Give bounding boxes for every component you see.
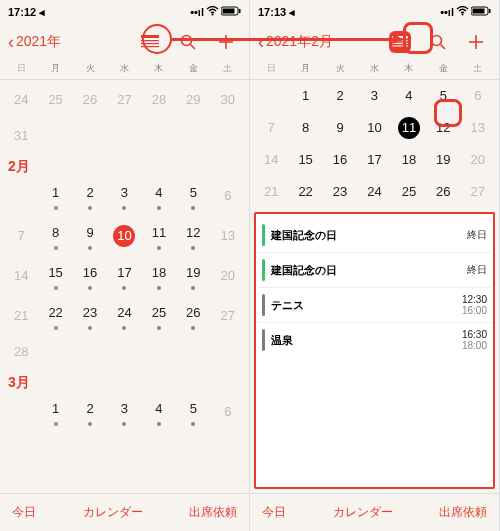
day-cell-today[interactable]: 10 bbox=[107, 225, 141, 247]
day-cell[interactable]: 13 bbox=[211, 225, 245, 247]
inbox-button[interactable]: 出席依頼 bbox=[439, 504, 487, 521]
calendars-button[interactable]: カレンダー bbox=[333, 504, 393, 521]
day-cell[interactable]: 8 bbox=[38, 222, 72, 250]
day-cell[interactable]: 10 bbox=[357, 117, 391, 139]
day-cell[interactable] bbox=[254, 85, 288, 107]
day-cell[interactable]: 21 bbox=[254, 181, 288, 203]
day-cell[interactable]: 27 bbox=[107, 89, 141, 111]
day-cell[interactable]: 20 bbox=[461, 149, 495, 171]
day-cell[interactable]: 7 bbox=[254, 117, 288, 139]
day-cell-selected[interactable]: 11 bbox=[392, 117, 426, 139]
today-button[interactable]: 今日 bbox=[262, 504, 286, 521]
day-cell[interactable]: 19 bbox=[426, 149, 460, 171]
day-cell[interactable]: 28 bbox=[4, 341, 38, 363]
day-cell[interactable]: 2 bbox=[73, 182, 107, 210]
day-cell[interactable]: 24 bbox=[4, 89, 38, 111]
day-cell[interactable]: 18 bbox=[142, 262, 176, 290]
day-cell[interactable]: 4 bbox=[142, 398, 176, 426]
day-cell[interactable]: 24 bbox=[357, 181, 391, 203]
status-icons: ••ıl bbox=[190, 6, 241, 18]
event-item[interactable]: 建国記念の日 終日 bbox=[258, 253, 491, 288]
day-cell[interactable]: 4 bbox=[142, 182, 176, 210]
day-cell[interactable]: 14 bbox=[4, 265, 38, 287]
day-cell[interactable]: 7 bbox=[4, 225, 38, 247]
bottom-toolbar: 今日 カレンダー 出席依頼 bbox=[0, 493, 249, 531]
day-cell[interactable]: 25 bbox=[142, 302, 176, 330]
day-cell[interactable]: 5 bbox=[426, 85, 460, 107]
day-cell[interactable]: 20 bbox=[211, 265, 245, 287]
day-cell[interactable]: 2 bbox=[323, 85, 357, 107]
day-cell[interactable]: 30 bbox=[211, 89, 245, 111]
back-button[interactable]: ‹ 2021年 bbox=[8, 33, 61, 51]
svg-point-8 bbox=[182, 36, 192, 46]
weekday: 木 bbox=[142, 62, 176, 75]
day-cell[interactable]: 15 bbox=[288, 149, 322, 171]
search-icon[interactable] bbox=[427, 31, 449, 53]
day-cell[interactable]: 1 bbox=[288, 85, 322, 107]
day-cell[interactable] bbox=[4, 185, 38, 207]
day-cell[interactable] bbox=[4, 401, 38, 423]
day-cell[interactable]: 5 bbox=[176, 398, 210, 426]
nav-bar: ‹ 2021年 bbox=[0, 24, 249, 60]
day-cell[interactable]: 15 bbox=[38, 262, 72, 290]
event-item[interactable]: 建国記念の日 終日 bbox=[258, 218, 491, 253]
day-cell[interactable]: 6 bbox=[461, 85, 495, 107]
day-cell[interactable]: 23 bbox=[73, 302, 107, 330]
day-cell[interactable]: 12 bbox=[426, 117, 460, 139]
back-button[interactable]: ‹ 2021年2月 bbox=[258, 33, 333, 51]
day-cell[interactable]: 18 bbox=[392, 149, 426, 171]
event-list[interactable]: 建国記念の日 終日 建国記念の日 終日 テニス 12:3016:00 温泉 16… bbox=[254, 212, 495, 489]
day-cell[interactable]: 9 bbox=[73, 222, 107, 250]
day-cell[interactable]: 17 bbox=[107, 262, 141, 290]
status-time: 17:13 bbox=[258, 6, 286, 18]
weekday: 金 bbox=[176, 62, 210, 75]
day-cell[interactable]: 27 bbox=[461, 181, 495, 203]
day-cell[interactable]: 3 bbox=[357, 85, 391, 107]
day-cell[interactable]: 22 bbox=[38, 302, 72, 330]
event-title: テニス bbox=[271, 298, 462, 313]
day-cell[interactable]: 31 bbox=[4, 125, 38, 147]
day-cell[interactable]: 14 bbox=[254, 149, 288, 171]
day-cell[interactable]: 21 bbox=[4, 305, 38, 327]
calendars-button[interactable]: カレンダー bbox=[83, 504, 143, 521]
day-cell[interactable]: 13 bbox=[461, 117, 495, 139]
day-cell[interactable]: 9 bbox=[323, 117, 357, 139]
day-cell[interactable]: 1 bbox=[38, 182, 72, 210]
day-cell[interactable]: 8 bbox=[288, 117, 322, 139]
day-cell[interactable]: 3 bbox=[107, 398, 141, 426]
day-cell[interactable]: 24 bbox=[107, 302, 141, 330]
day-cell[interactable]: 23 bbox=[323, 181, 357, 203]
add-icon[interactable] bbox=[215, 31, 237, 53]
day-cell[interactable]: 6 bbox=[211, 185, 245, 207]
day-cell[interactable]: 17 bbox=[357, 149, 391, 171]
day-cell[interactable]: 1 bbox=[38, 398, 72, 426]
search-icon[interactable] bbox=[177, 31, 199, 53]
day-cell[interactable]: 25 bbox=[392, 181, 426, 203]
day-cell[interactable]: 12 bbox=[176, 222, 210, 250]
day-cell[interactable]: 22 bbox=[288, 181, 322, 203]
day-cell[interactable]: 3 bbox=[107, 182, 141, 210]
day-cell[interactable]: 4 bbox=[392, 85, 426, 107]
event-item[interactable]: テニス 12:3016:00 bbox=[258, 288, 491, 323]
list-view-icon[interactable] bbox=[139, 31, 161, 53]
event-item[interactable]: 温泉 16:3018:00 bbox=[258, 323, 491, 357]
day-cell[interactable]: 2 bbox=[73, 398, 107, 426]
day-cell[interactable]: 6 bbox=[211, 401, 245, 423]
add-icon[interactable] bbox=[465, 31, 487, 53]
day-cell[interactable]: 26 bbox=[176, 302, 210, 330]
day-cell[interactable]: 16 bbox=[323, 149, 357, 171]
day-cell[interactable]: 29 bbox=[176, 89, 210, 111]
day-cell[interactable]: 26 bbox=[426, 181, 460, 203]
day-cell[interactable]: 25 bbox=[38, 89, 72, 111]
day-cell[interactable]: 28 bbox=[142, 89, 176, 111]
day-cell[interactable]: 26 bbox=[73, 89, 107, 111]
day-cell[interactable]: 11 bbox=[142, 222, 176, 250]
calendar-scroll[interactable]: 24 25 26 27 28 29 30 31 2月 1 2 3 4 5 6 7… bbox=[0, 80, 249, 493]
day-cell[interactable]: 27 bbox=[211, 305, 245, 327]
today-button[interactable]: 今日 bbox=[12, 504, 36, 521]
inbox-button[interactable]: 出席依頼 bbox=[189, 504, 237, 521]
day-cell[interactable]: 5 bbox=[176, 182, 210, 210]
day-cell[interactable]: 16 bbox=[73, 262, 107, 290]
weekday-header: 日 月 火 水 木 金 土 bbox=[0, 60, 249, 80]
day-cell[interactable]: 19 bbox=[176, 262, 210, 290]
